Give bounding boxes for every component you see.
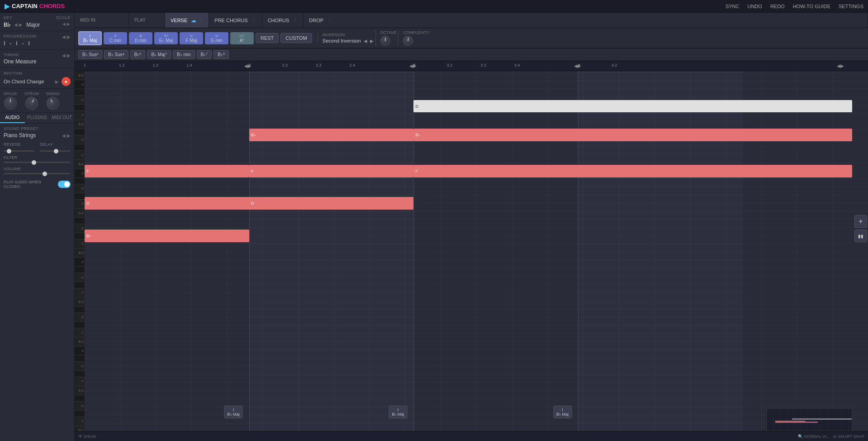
minimap-content (767, 409, 852, 431)
loop-end-marker[interactable]: ◀▶ (574, 61, 581, 71)
marker-4-2: 4.2 (612, 63, 617, 67)
chord-btn-6[interactable]: vi G min (205, 32, 228, 44)
section-tab-prechorus[interactable]: PRE CHORUS ⋮ (209, 13, 262, 28)
settings-button[interactable]: SETTINGS (839, 4, 863, 9)
chord-label-3[interactable]: I B♭ Maj (553, 406, 572, 418)
note-bb-red-1[interactable]: B♭ (249, 129, 414, 141)
section-tab-chorus[interactable]: CHORUS ⋮ (262, 13, 304, 28)
chord-btn-5[interactable]: V F Maj (180, 32, 203, 44)
chord-btn-1[interactable]: I B♭ Maj (78, 31, 102, 45)
piano-key-d4b (75, 218, 85, 224)
chorus-menu-icon[interactable]: ⋮ (293, 17, 298, 23)
inversion-container: INVERSION Second Inversion ◀ ▶ (318, 33, 374, 43)
octave-knob[interactable] (380, 36, 390, 46)
play-audio-toggle[interactable] (58, 181, 71, 188)
section-tab-drop[interactable]: DROP ⋮ (304, 13, 868, 28)
var-btn-4[interactable]: B♭ Maj⁷ (147, 50, 171, 59)
tab-plugins[interactable]: PLUGINS (25, 113, 50, 123)
note-bb-red-2[interactable]: B♭ (413, 129, 852, 141)
chord-label-1[interactable]: I B♭ Maj (224, 406, 243, 418)
sep-2 (413, 71, 414, 431)
chord-btn-3[interactable]: iii D min (129, 32, 152, 44)
swing-knob[interactable] (44, 95, 62, 112)
left-panel: KEY SCALE B♭ ◀ ▶ Major ◀ ▶ PROGRESSION ◀… (0, 13, 75, 441)
volume-track (4, 173, 71, 174)
chord-btn-4[interactable]: IV E♭ Maj (154, 32, 178, 44)
note-f-red-1[interactable]: F (85, 165, 249, 177)
piano-key-f2: F (75, 377, 85, 386)
undo-button[interactable]: UNDO (747, 4, 762, 9)
delay-label: DELAY (40, 142, 71, 147)
note-f-red-2[interactable]: F (249, 165, 414, 177)
add-button[interactable]: + (854, 215, 867, 228)
piano-key-d5 (75, 129, 85, 135)
volume-thumb[interactable] (43, 172, 47, 176)
rhythm-nav[interactable]: ▶ (55, 79, 59, 84)
section-tab-verse[interactable]: VERSE ☁ ⋮ (165, 13, 209, 28)
drop-menu-icon[interactable]: ⋮ (327, 17, 332, 23)
note-d-red-2[interactable]: D (249, 197, 414, 210)
note-bb2-red[interactable]: B♭ (85, 230, 249, 242)
var-btn-1[interactable]: B♭ Sus² (78, 50, 102, 59)
rest-button[interactable]: REST (256, 33, 279, 43)
scale-label: SCALE (56, 15, 71, 20)
loop-far-marker[interactable]: ◀▶ (837, 61, 844, 71)
chord-btn-7[interactable]: vii° A° (230, 32, 254, 44)
strum-knob-item: STRUM (24, 91, 39, 110)
piano-key-bb5: B♭5 (75, 71, 85, 80)
var-btn-2[interactable]: B♭ Sus⁴ (104, 50, 128, 59)
custom-button[interactable]: CUSTOM (280, 33, 312, 43)
note-f-red-3[interactable]: F (413, 165, 852, 177)
note-d-white[interactable]: D (413, 100, 852, 113)
redo-button[interactable]: REDO (770, 4, 785, 9)
play-audio-row: PLAY AUDIO WHEN CLOSED (4, 180, 71, 189)
piano-key-ab3 (75, 267, 85, 273)
key-value: B♭ (4, 21, 10, 28)
strum-knob[interactable] (23, 95, 40, 112)
var-btn-5[interactable]: B♭ min (173, 50, 195, 59)
sync-button[interactable]: SYNC (726, 4, 740, 9)
verse-menu-icon[interactable]: ⋮ (198, 17, 203, 23)
piano-key-bb3: B♭3 (75, 249, 85, 258)
tab-audio[interactable]: AUDIO (0, 113, 25, 123)
midi-in-tab[interactable]: MIDI IN (75, 13, 129, 28)
filter-thumb[interactable] (32, 160, 36, 165)
prechorus-menu-icon[interactable]: ⋮ (251, 17, 256, 23)
key-scale-row: B♭ ◀ ▶ Major ◀ ▶ (4, 21, 71, 28)
play-tab[interactable]: PLAY (129, 13, 165, 28)
marker-1-3: 1.3 (153, 63, 159, 67)
grid-notes-area[interactable]: D B♭ B♭ F F (85, 71, 868, 431)
var-btn-7[interactable]: B♭⁹ (213, 50, 229, 59)
filter-label: FILTER (4, 155, 71, 160)
how-to-button[interactable]: HOW-TO GUIDE (793, 4, 830, 9)
loop-start-marker[interactable]: ◀▶ (244, 61, 251, 71)
logo-area: ▶ CAPTAIN CHORDS (5, 2, 65, 10)
reverb-track (4, 150, 34, 152)
var-btn-6[interactable]: B♭⁷ (197, 50, 212, 59)
piano-key-db2 (75, 395, 85, 402)
piano-key-g2: G (75, 362, 85, 371)
complexity-knob[interactable] (403, 35, 414, 46)
minimap (766, 408, 852, 431)
rhythm-record-button[interactable]: ■ (62, 77, 71, 86)
sound-preset-container: SOUND PRESET Piano Strings ◀ ▶ (4, 126, 71, 139)
tab-midi-out[interactable]: MIDI OUT (49, 113, 74, 123)
copy-button[interactable]: ▮▮ (854, 230, 867, 242)
reverb-thumb[interactable] (7, 149, 11, 153)
rhythm-value: On Chord Change (4, 79, 52, 84)
delay-thumb[interactable] (54, 149, 58, 153)
space-knob-item: SPACE (4, 91, 17, 110)
piano-key-a5: A (75, 80, 85, 89)
chord-label-2[interactable]: I B♭ Maj (389, 406, 407, 418)
timeline-inner: 1 1.2 1.3 1.4 2 2.2 2.3 2.4 3 3.2 3.3 3.… (84, 61, 868, 71)
var-btn-3[interactable]: B♭⁶ (130, 50, 146, 59)
inversion-prev[interactable]: ◀ (364, 38, 367, 43)
piano-key-cs3 (75, 322, 85, 328)
space-knob[interactable] (4, 97, 17, 110)
inversion-next[interactable]: ▶ (370, 38, 374, 43)
piano-key-d4: D (75, 224, 85, 233)
play-audio-label: PLAY AUDIO WHEN CLOSED (4, 180, 58, 189)
piano-key-c4: C (75, 240, 85, 249)
loop-mid-marker[interactable]: ◀▶ (409, 61, 417, 71)
chord-btn-2[interactable]: ii C min (104, 32, 127, 44)
